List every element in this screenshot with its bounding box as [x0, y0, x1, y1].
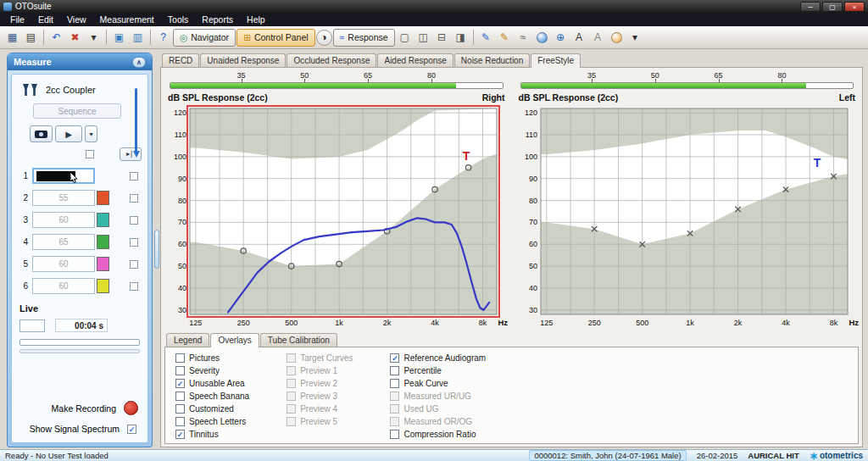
checkbox-customized[interactable] — [175, 404, 185, 414]
overlay-unusable-area[interactable]: ✓Unusable Area — [175, 379, 249, 388]
maximize-button[interactable]: ▢ — [822, 2, 843, 12]
signal-color-chip[interactable] — [97, 191, 109, 205]
signal-color-chip[interactable] — [97, 279, 109, 293]
sphere-button[interactable] — [608, 29, 626, 47]
menu-reports[interactable]: Reports — [195, 14, 240, 25]
snapshot-button[interactable] — [30, 125, 53, 142]
checkbox-pictures[interactable] — [175, 353, 185, 363]
annotate-pen-button[interactable]: ✎ — [477, 29, 495, 47]
control-panel-button[interactable]: ⊞Control Panel — [236, 29, 314, 47]
tab-legend[interactable]: Legend — [166, 333, 209, 347]
toolbar-options-dropdown-button[interactable]: ▾ — [626, 29, 644, 47]
stimulus-level-slider-left[interactable]: 35506580 — [520, 71, 854, 90]
tab-overlays[interactable]: Overlays — [210, 333, 259, 347]
speech-letters-small-button[interactable]: A — [570, 29, 588, 47]
response-button[interactable]: ≈Response — [333, 29, 395, 47]
menu-help[interactable]: Help — [240, 14, 272, 25]
play-button[interactable]: ▶ — [55, 125, 82, 142]
more-dropdown-button[interactable]: ▾ — [85, 29, 103, 47]
response-graph-right[interactable]: 120110100908070605040301252505001k2k4k8k… — [164, 103, 509, 329]
level-input-2[interactable]: 55 — [32, 190, 95, 206]
checkbox-tinnitus[interactable]: ✓ — [175, 430, 185, 439]
overlay-customized[interactable]: Customized — [175, 404, 249, 414]
loop-checkbox[interactable] — [86, 150, 94, 158]
checkbox-percentile[interactable] — [390, 366, 399, 375]
overlay-percentile[interactable]: Percentile — [390, 366, 486, 375]
curve-tools-button[interactable]: ≈ — [515, 29, 532, 47]
level-input-1[interactable] — [32, 168, 95, 184]
level-input-6[interactable]: 60 — [32, 278, 95, 294]
view-single-button[interactable]: ▢ — [396, 29, 414, 47]
row-checkbox[interactable] — [130, 238, 138, 247]
copy-measurement-button[interactable]: ▣ — [110, 29, 128, 47]
record-button[interactable] — [124, 401, 138, 415]
close-button[interactable]: × — [844, 2, 865, 12]
print-button[interactable]: ▤ — [22, 29, 40, 47]
slider-track[interactable] — [170, 82, 504, 89]
splitter-grip[interactable] — [154, 230, 159, 269]
title-bar[interactable]: OTOsuite ─▢× — [0, 0, 868, 13]
help-button[interactable]: ? — [154, 29, 172, 47]
view-split-button[interactable]: ◫ — [415, 29, 432, 47]
tab-freestyle[interactable]: FreeStyle — [531, 53, 581, 68]
tab-unaided-response[interactable]: Unaided Response — [200, 53, 286, 67]
level-input-4[interactable]: 65 — [32, 234, 95, 250]
overlay-speech-banana[interactable]: Speech Banana — [175, 392, 249, 401]
menu-measurement[interactable]: Measurement — [93, 14, 161, 25]
zoom-button[interactable]: ⊕ — [552, 29, 570, 47]
save-button[interactable]: ▦ — [3, 29, 21, 47]
measure-panel-header[interactable]: Measure ∧ — [8, 53, 152, 70]
tab-recd[interactable]: RECD — [162, 53, 199, 67]
checkbox-severity[interactable] — [175, 366, 185, 375]
show-signal-spectrum-checkbox[interactable]: ✓ — [127, 425, 136, 434]
panel-splitter[interactable] — [153, 49, 160, 449]
navigator-button[interactable]: ◎Navigator — [173, 29, 236, 47]
view-right-button[interactable]: ◨ — [452, 29, 470, 47]
row-checkbox[interactable] — [130, 260, 138, 269]
stimulus-level-slider-right[interactable]: 35506580 — [170, 71, 504, 90]
overlay-compression-ratio[interactable]: Compression Ratio — [390, 430, 486, 439]
level-input-5[interactable]: 60 — [32, 256, 95, 272]
row-checkbox[interactable] — [130, 194, 138, 203]
row-checkbox[interactable] — [130, 172, 138, 181]
speech-letters-large-button[interactable]: A — [589, 29, 607, 47]
collapse-panel-button[interactable]: ∧ — [132, 57, 146, 68]
globe-button[interactable] — [533, 29, 551, 47]
tab-aided-response[interactable]: Aided Response — [377, 53, 453, 67]
checkbox-peak-curve[interactable] — [390, 379, 399, 388]
contrast-button[interactable]: ◑ — [316, 30, 332, 46]
minimize-button[interactable]: ─ — [800, 2, 821, 12]
tab-occluded-response[interactable]: Occluded Response — [287, 53, 376, 67]
menu-edit[interactable]: Edit — [31, 14, 60, 25]
overlay-reference-audiogram[interactable]: ✓Reference Audiogram — [390, 353, 486, 363]
tab-tube-calibration[interactable]: Tube Calibration — [260, 333, 337, 347]
delete-button[interactable]: ✖ — [66, 29, 84, 47]
menu-tools[interactable]: Tools — [161, 14, 196, 25]
sequence-button[interactable]: Sequence — [33, 103, 121, 119]
signal-color-chip[interactable] — [97, 257, 109, 271]
signal-color-chip[interactable] — [97, 213, 109, 227]
overlay-peak-curve[interactable]: Peak Curve — [390, 379, 486, 388]
checkbox-compression-ratio[interactable] — [390, 430, 399, 439]
slider-track[interactable] — [520, 82, 854, 89]
overlay-severity[interactable]: Severity — [175, 366, 249, 375]
menu-view[interactable]: View — [60, 14, 93, 25]
overlay-tinnitus[interactable]: ✓Tinnitus — [175, 430, 249, 439]
response-graph-left[interactable]: 120110100908070605040301252505001k2k4k8k… — [515, 103, 860, 329]
level-input-3[interactable]: 60 — [32, 212, 95, 228]
signal-color-chip[interactable] — [97, 235, 109, 249]
undo-button[interactable]: ↶ — [47, 29, 65, 47]
row-checkbox[interactable] — [130, 216, 138, 225]
checkbox-speech-banana[interactable] — [175, 392, 185, 401]
checkbox-unusable-area[interactable]: ✓ — [175, 379, 185, 388]
tab-noise-reduction[interactable]: Noise Reduction — [454, 53, 530, 67]
overlay-speech-letters[interactable]: Speech Letters — [175, 417, 249, 426]
highlight-pen-button[interactable]: ✎ — [496, 29, 514, 47]
checkbox-speech-letters[interactable] — [175, 417, 185, 426]
menu-file[interactable]: File — [3, 14, 31, 25]
send-to-noah-button[interactable]: ▥ — [129, 29, 147, 47]
checkbox-reference-audiogram[interactable]: ✓ — [390, 353, 399, 363]
row-checkbox[interactable] — [130, 282, 138, 291]
overlay-pictures[interactable]: Pictures — [175, 353, 249, 363]
play-options-dropdown[interactable]: ▾ — [85, 125, 97, 142]
